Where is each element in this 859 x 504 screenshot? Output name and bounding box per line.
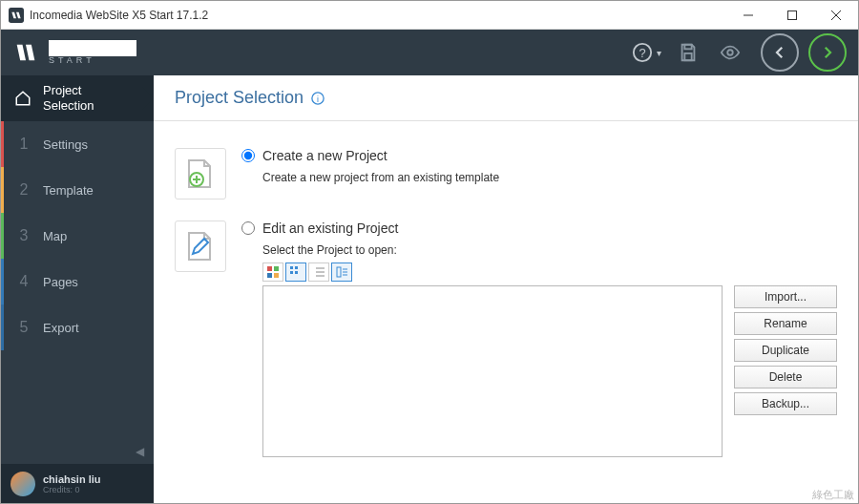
svg-rect-18 xyxy=(267,273,272,278)
svg-rect-0 xyxy=(9,8,24,23)
maximize-button[interactable] xyxy=(770,1,814,30)
svg-rect-5 xyxy=(12,39,39,66)
watermark: 綠色工廠 xyxy=(812,488,854,502)
close-button[interactable] xyxy=(814,1,858,30)
svg-rect-2 xyxy=(788,10,797,19)
minimize-button[interactable] xyxy=(726,1,770,30)
svg-rect-21 xyxy=(295,266,298,269)
save-button[interactable] xyxy=(667,32,709,74)
back-button[interactable] xyxy=(761,33,799,72)
svg-rect-19 xyxy=(274,273,279,278)
import-button[interactable]: Import... xyxy=(734,285,837,308)
rename-button[interactable]: Rename xyxy=(734,312,837,335)
svg-rect-16 xyxy=(267,266,272,271)
sidebar-item-project-selection[interactable]: ProjectSelection xyxy=(1,75,154,121)
duplicate-button[interactable]: Duplicate xyxy=(734,339,837,362)
svg-rect-8 xyxy=(684,45,691,50)
create-project-radio[interactable]: Create a new Project xyxy=(241,148,837,163)
help-button[interactable]: ? ▾ xyxy=(625,32,667,74)
chevron-down-icon: ▾ xyxy=(657,48,661,58)
svg-rect-22 xyxy=(290,271,293,274)
sidebar-item-export[interactable]: 5Export xyxy=(1,304,154,350)
delete-button[interactable]: Delete xyxy=(734,366,837,388)
sidebar-item-pages[interactable]: 4Pages xyxy=(1,259,154,304)
view-list[interactable] xyxy=(308,262,329,282)
app-icon xyxy=(9,8,24,23)
sidebar: ProjectSelection 1Settings 2Template 3Ma… xyxy=(1,75,154,504)
edit-project-description: Select the Project to open: xyxy=(241,243,837,257)
app-header: WebSite X5 START ? ▾ xyxy=(1,30,858,75)
view-small-icons[interactable] xyxy=(285,262,306,282)
svg-rect-27 xyxy=(337,267,341,277)
project-list[interactable] xyxy=(262,285,723,457)
user-panel[interactable]: chiahsin liu Credits: 0 xyxy=(1,464,154,504)
create-project-description: Create a new project from an existing te… xyxy=(241,171,837,184)
home-icon xyxy=(14,90,31,107)
main-panel: Project Selection i Create a new Project… xyxy=(154,75,858,504)
svg-rect-23 xyxy=(295,271,298,274)
view-large-icons[interactable] xyxy=(262,262,283,282)
user-credits: Credits: 0 xyxy=(43,485,101,494)
logo-icon xyxy=(12,39,39,66)
svg-text:i: i xyxy=(317,94,319,103)
edit-project-icon xyxy=(175,220,226,272)
view-details[interactable] xyxy=(331,262,352,282)
next-button[interactable] xyxy=(808,33,847,72)
user-name: chiahsin liu xyxy=(43,473,101,485)
sidebar-collapse[interactable]: ◀ xyxy=(1,439,154,464)
titlebar: Incomedia WebSite X5 Start 17.1.2 xyxy=(1,1,858,30)
new-project-icon xyxy=(175,148,226,200)
preview-button[interactable] xyxy=(709,32,751,74)
svg-rect-9 xyxy=(684,53,691,60)
page-title: Project Selection xyxy=(175,88,304,108)
svg-point-10 xyxy=(727,50,733,55)
svg-rect-17 xyxy=(274,266,279,271)
sidebar-item-settings[interactable]: 1Settings xyxy=(1,121,154,167)
avatar xyxy=(10,472,35,496)
window-title: Incomedia WebSite X5 Start 17.1.2 xyxy=(30,9,726,22)
svg-text:?: ? xyxy=(639,46,645,60)
brand-name: WebSite X5 xyxy=(49,40,136,56)
info-icon[interactable]: i xyxy=(311,92,325,105)
edit-project-radio[interactable]: Edit an existing Project xyxy=(241,220,837,236)
brand-sub: START xyxy=(49,56,136,65)
sidebar-item-map[interactable]: 3Map xyxy=(1,213,154,259)
sidebar-item-template[interactable]: 2Template xyxy=(1,167,154,213)
svg-rect-20 xyxy=(290,266,293,269)
backup-button[interactable]: Backup... xyxy=(734,392,837,415)
